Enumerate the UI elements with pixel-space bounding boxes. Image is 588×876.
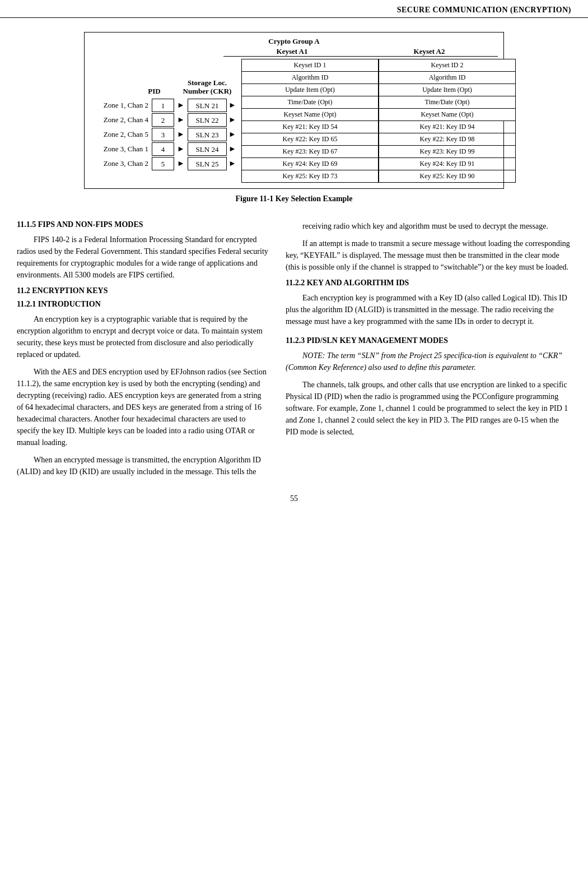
sln-value: SLN 23 xyxy=(188,128,227,141)
keyset-id-1-label: Keyset ID 1 xyxy=(242,59,379,72)
diagram-container: Crypto Group A Keyset A1 Keyset A2 xyxy=(84,32,504,189)
storage-col-header: Storage Loc.Number (CKR) xyxy=(181,78,233,97)
keyset-id-2-label: Keyset ID 2 xyxy=(379,59,516,72)
sln-value: SLN 25 xyxy=(188,157,227,170)
section-11-1-5-heading: 11.1.5 FIPS AND NON-FIPS MODES xyxy=(17,220,269,229)
section-11-2-2-heading: 11.2.2 KEY AND ALGORITHM IDS xyxy=(286,279,571,288)
keyset-name-a1-label: Keyset Name (Opt) xyxy=(242,109,379,121)
keyset-a1-label: Keyset A1 xyxy=(277,47,308,55)
diagram-inner: PID Storage Loc.Number (CKR) Zone 1, Cha… xyxy=(90,59,498,183)
page-number: 55 xyxy=(17,494,571,503)
zone-row: Zone 1, Chan 2 1 ► SLN 21 ► xyxy=(90,98,241,113)
section-11-2-2-para1: Each encryption key is programmed with a… xyxy=(286,292,571,327)
figure-caption: Figure 11-1 Key Selection Example xyxy=(17,194,571,203)
pid-col-header: PID xyxy=(137,87,171,97)
col-left: 11.1.5 FIPS AND NON-FIPS MODES FIPS 140-… xyxy=(17,220,269,483)
pid-value: 1 xyxy=(152,99,174,112)
section-11-2-3-note: NOTE: The term “SLN” from the Project 25… xyxy=(286,350,571,373)
time-date-a1-label: Time/Date (Opt) xyxy=(242,96,379,109)
pid-value: 4 xyxy=(152,142,174,156)
zone-label: Zone 2, Chan 4 xyxy=(90,115,152,124)
key-a2-row1: Key #21: Key ID 94 xyxy=(379,121,516,133)
zone-row: Zone 2, Chan 4 2 ► SLN 22 ► xyxy=(90,113,241,127)
pid-value: 5 xyxy=(152,157,174,170)
pid-value: 2 xyxy=(152,113,174,127)
sln-value: SLN 22 xyxy=(188,113,227,127)
arrow-icon: ► xyxy=(174,101,188,110)
keyset-a2-table: Keyset ID 2 Algorithm ID Update Item (Op… xyxy=(379,59,516,183)
zone-label: Zone 3, Chan 2 xyxy=(90,159,152,168)
key-a2-row4: Key #24: Key ID 91 xyxy=(379,158,516,170)
arrow-icon: ► xyxy=(174,115,188,124)
section-11-2-1-para2: With the AES and DES encryption used by … xyxy=(17,366,269,448)
zone-row: Zone 2, Chan 5 3 ► SLN 23 ► xyxy=(90,127,241,142)
key-a1-row1: Key #21: Key ID 54 xyxy=(242,121,379,133)
algorithm-id-a2-label: Algorithm ID xyxy=(379,72,516,84)
zone-rows: Zone 1, Chan 2 1 ► SLN 21 ► Zone 2, Chan… xyxy=(90,98,241,171)
update-item-a1-label: Update Item (Opt) xyxy=(242,84,379,96)
figure-section: Crypto Group A Keyset A1 Keyset A2 xyxy=(17,32,571,203)
zone-label: Zone 2, Chan 5 xyxy=(90,130,152,139)
sln-value: SLN 24 xyxy=(188,142,227,156)
key-a1-row5: Key #25: Key ID 73 xyxy=(242,170,379,183)
zone-row: Zone 3, Chan 1 4 ► SLN 24 ► xyxy=(90,142,241,156)
right-section: Keyset ID 1 Algorithm ID Update Item (Op… xyxy=(241,59,516,183)
section-11-2-3-para1: The channels, talk groups, and other cal… xyxy=(286,379,571,438)
zone-label: Zone 1, Chan 2 xyxy=(90,101,152,110)
right-col-para2: If an attempt is made to transmit a secu… xyxy=(286,238,571,273)
key-a1-row4: Key #24: Key ID 69 xyxy=(242,158,379,170)
time-date-a2-label: Time/Date (Opt) xyxy=(379,96,516,109)
arrow-icon: ► xyxy=(174,130,188,139)
keyset-name-a2-label: Keyset Name (Opt) xyxy=(379,109,516,121)
section-11-2-3-heading: 11.2.3 PID/SLN KEY MANAGEMENT MODES xyxy=(286,336,571,345)
col-right: receiving radio which key and algorithm … xyxy=(286,220,571,483)
zone-label: Zone 3, Chan 1 xyxy=(90,145,152,154)
key-a1-row2: Key #22: Key ID 65 xyxy=(242,133,379,146)
section-11-2-1-para3: When an encrypted message is transmitted… xyxy=(17,454,269,478)
left-section: PID Storage Loc.Number (CKR) Zone 1, Cha… xyxy=(90,59,241,183)
arrow-icon-2: ► xyxy=(227,130,238,139)
zone-row: Zone 3, Chan 2 5 ► SLN 25 ► xyxy=(90,156,241,171)
keyset-a2-label: Keyset A2 xyxy=(414,47,445,55)
page-title: SECURE COMMUNICATION (ENCRYPTION) xyxy=(397,6,571,14)
key-a2-row5: Key #25: Key ID 90 xyxy=(379,170,516,183)
section-11-2-heading: 11.2 ENCRYPTION KEYS xyxy=(17,286,269,295)
section-11-2-1-para1: An encryption key is a cryptographic var… xyxy=(17,313,269,360)
section-11-2-1-heading: 11.2.1 INTRODUCTION xyxy=(17,300,269,309)
key-a2-row3: Key #23: Key ID 99 xyxy=(379,146,516,158)
right-col-para1: receiving radio which key and algorithm … xyxy=(286,220,571,232)
algorithm-id-a1-label: Algorithm ID xyxy=(242,72,379,84)
pid-storage-header: PID Storage Loc.Number (CKR) xyxy=(90,59,241,98)
key-a1-row3: Key #23: Key ID 67 xyxy=(242,146,379,158)
arrow-icon-2: ► xyxy=(227,115,238,124)
page-header: SECURE COMMUNICATION (ENCRYPTION) xyxy=(0,0,588,18)
arrow-icon: ► xyxy=(174,145,188,154)
crypto-group-label: Crypto Group A xyxy=(268,37,320,45)
sln-value: SLN 21 xyxy=(188,99,227,112)
section-11-1-5-para1: FIPS 140-2 is a Federal Information Proc… xyxy=(17,234,269,281)
arrow-icon-2: ► xyxy=(227,159,238,168)
arrow-icon-2: ► xyxy=(227,145,238,154)
pid-value: 3 xyxy=(152,128,174,141)
key-a2-row2: Key #22: Key ID 98 xyxy=(379,133,516,146)
update-item-a2-label: Update Item (Opt) xyxy=(379,84,516,96)
two-col-layout: 11.1.5 FIPS AND NON-FIPS MODES FIPS 140-… xyxy=(17,220,571,483)
arrow-icon-2: ► xyxy=(227,101,238,110)
keyset-a1-table: Keyset ID 1 Algorithm ID Update Item (Op… xyxy=(241,59,379,183)
arrow-icon: ► xyxy=(174,159,188,168)
